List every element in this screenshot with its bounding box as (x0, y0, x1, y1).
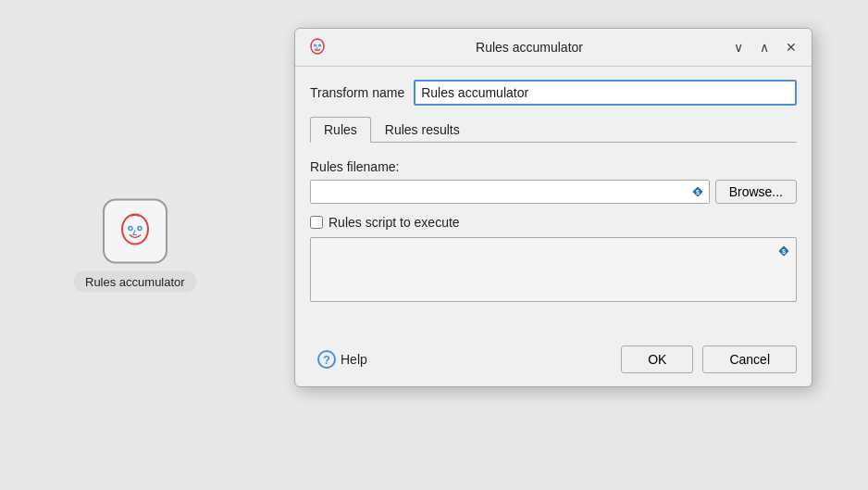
cancel-button[interactable]: Cancel (702, 346, 797, 373)
title-bar-controls: ∨ ∧ ✕ (730, 39, 800, 56)
title-bar-icon (306, 36, 329, 58)
left-panel: Rules accumulator (74, 198, 196, 292)
help-icon: ? (317, 350, 336, 369)
help-label: Help (341, 352, 367, 367)
close-button[interactable]: ✕ (782, 39, 800, 56)
filename-diamond-icon: $ (689, 183, 706, 200)
svg-point-2 (138, 226, 142, 230)
ok-button[interactable]: OK (621, 346, 693, 373)
tab-rules[interactable]: Rules (310, 117, 371, 143)
filename-input[interactable] (310, 180, 710, 204)
dialog-content: Transform name Rules Rules results Rules… (295, 67, 812, 336)
svg-text:$: $ (782, 248, 786, 256)
node-icon-container (103, 198, 167, 263)
help-button[interactable]: ? Help (310, 346, 375, 372)
transform-name-label: Transform name (310, 85, 404, 100)
svg-point-4 (315, 44, 316, 46)
node-label: Rules accumulator (74, 270, 196, 292)
filename-input-wrap: $ (310, 180, 710, 204)
node-icon (113, 208, 157, 253)
dialog-title: Rules accumulator (336, 40, 723, 55)
svg-point-5 (319, 44, 321, 46)
svg-point-0 (122, 214, 148, 244)
svg-text:$: $ (696, 189, 700, 196)
script-textarea[interactable] (310, 237, 797, 302)
filename-row: $ Browse... (310, 180, 797, 204)
minimize-button[interactable]: ∨ (730, 39, 747, 56)
script-checkbox-label[interactable]: Rules script to execute (329, 215, 460, 230)
script-checkbox[interactable] (310, 216, 323, 229)
transform-name-input[interactable] (414, 80, 797, 106)
filename-label: Rules filename: (310, 159, 797, 174)
script-diamond-icon: $ (775, 243, 792, 259)
transform-name-row: Transform name (310, 80, 797, 106)
checkbox-row: Rules script to execute (310, 215, 797, 230)
svg-point-1 (129, 226, 132, 230)
script-wrap: $ (310, 237, 797, 305)
dialog-footer: ? Help OK Cancel (295, 336, 812, 386)
svg-point-3 (311, 39, 324, 54)
tabs-container: Rules Rules results (310, 117, 797, 143)
tab-rules-content: Rules filename: $ Browse... Rules script… (310, 156, 797, 323)
dialog-window: Rules accumulator ∨ ∧ ✕ Transform name R… (294, 28, 812, 387)
browse-button[interactable]: Browse... (715, 180, 797, 204)
title-bar: Rules accumulator ∨ ∧ ✕ (295, 29, 812, 67)
tab-rules-results[interactable]: Rules results (371, 117, 474, 142)
maximize-button[interactable]: ∧ (756, 39, 773, 56)
